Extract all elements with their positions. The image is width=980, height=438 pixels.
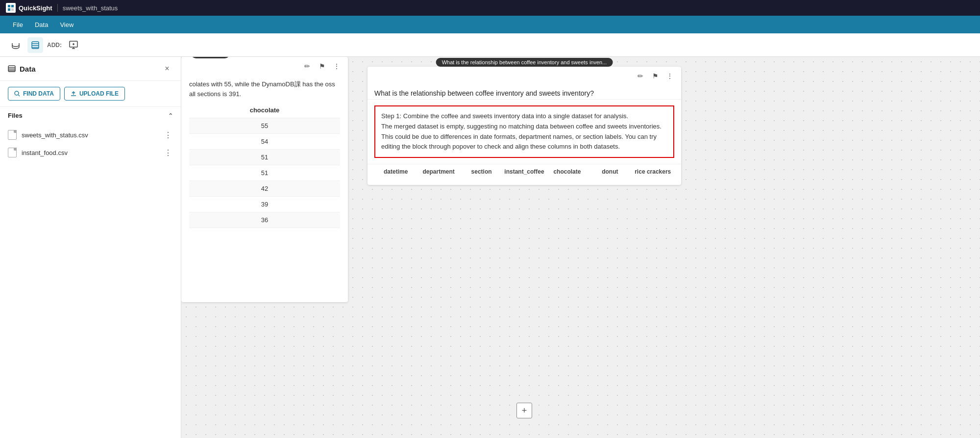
logo-icon xyxy=(6,3,16,13)
more-button[interactable]: ⋮ xyxy=(330,60,343,73)
left-widget-bubble: ナツの個数 xyxy=(191,57,230,58)
alert-box: Step 1: Combine the coffee and sweets in… xyxy=(374,105,674,158)
col-chocolate: chocolate xyxy=(546,168,588,175)
alert-line4: editing the block through popover to che… xyxy=(381,143,620,150)
file-menu-icon[interactable]: ⋮ xyxy=(164,148,173,157)
file-icon xyxy=(8,130,17,140)
right-widget-toolbar: ✏ ⚑ ⋮ xyxy=(368,67,681,85)
data-sources-button[interactable] xyxy=(8,37,24,53)
search-icon xyxy=(14,91,20,97)
col-donut: donut xyxy=(588,168,631,175)
svg-line-19 xyxy=(19,95,20,97)
top-bar-divider xyxy=(57,4,58,12)
svg-rect-3 xyxy=(11,8,14,11)
data-panel-button[interactable] xyxy=(27,37,43,53)
flag-button[interactable]: ⚑ xyxy=(316,60,328,73)
edit-button[interactable]: ✏ xyxy=(634,70,647,82)
add-block-button[interactable]: + xyxy=(516,403,532,418)
right-widget-bubble: What is the relationship between coffee … xyxy=(436,58,613,67)
toolbar: ADD: xyxy=(0,33,980,57)
find-data-button[interactable]: FIND DATA xyxy=(8,87,60,101)
files-section-label: Files xyxy=(8,112,23,119)
chevron-up-icon: ⌃ xyxy=(168,112,173,119)
sidebar-header: Data × xyxy=(0,57,181,81)
main-layout: Data × FIND DATA UPLOAD FILE xyxy=(0,57,980,438)
col-rice-crackers: rice crackers xyxy=(632,168,674,175)
alert-line3: This could be due to differences in date… xyxy=(381,133,657,140)
list-item[interactable]: sweets_with_status.csv ⋮ xyxy=(0,126,181,144)
flag-button[interactable]: ⚑ xyxy=(649,70,662,82)
more-button[interactable]: ⋮ xyxy=(663,70,676,82)
sidebar-title-text: Data xyxy=(20,65,36,73)
svg-point-18 xyxy=(15,91,19,95)
file-name: instant_food.csv xyxy=(22,149,68,156)
table-row: 36 xyxy=(189,212,340,228)
list-item[interactable]: instant_food.csv ⋮ xyxy=(0,144,181,161)
file-menu-icon[interactable]: ⋮ xyxy=(164,130,173,140)
table-row: 51 xyxy=(189,150,340,165)
plus-icon: + xyxy=(522,406,527,416)
sidebar-actions: FIND DATA UPLOAD FILE xyxy=(0,81,181,107)
menu-view[interactable]: View xyxy=(55,19,78,30)
menu-bar: File Data View xyxy=(0,16,980,33)
svg-rect-2 xyxy=(8,8,10,11)
close-button[interactable]: × xyxy=(161,63,173,75)
data-icon xyxy=(8,65,16,73)
add-label: ADD: xyxy=(47,42,62,49)
files-section-header: Files ⌃ xyxy=(0,107,181,124)
col-datetime: datetime xyxy=(374,168,417,175)
left-widget: ナツの個数 ✏ ⚑ ⋮ colates with 55, while the D… xyxy=(181,57,348,302)
left-table: chocolate 55 54 51 51 42 39 36 xyxy=(181,103,348,228)
app-name: QuickSight xyxy=(19,4,52,12)
table-headers: datetime department section instant_coff… xyxy=(368,164,681,179)
alert-line1: Step 1: Combine the coffee and sweets in… xyxy=(381,112,628,120)
col-instant-coffee: instant_coffee xyxy=(503,168,545,175)
alert-line2: The merged dataset is empty, suggesting … xyxy=(381,123,662,130)
svg-rect-1 xyxy=(11,5,14,7)
filename: sweets_with_status xyxy=(63,4,118,12)
menu-data[interactable]: Data xyxy=(30,19,53,30)
question-title: What is the relationship between coffee … xyxy=(368,85,681,100)
add-visual-button[interactable] xyxy=(66,37,81,53)
right-widget: What is the relationship between coffee … xyxy=(368,67,681,185)
col-section: section xyxy=(460,168,503,175)
app-logo: QuickSight xyxy=(6,3,52,13)
sidebar-title: Data xyxy=(8,65,36,73)
table-row: 54 xyxy=(189,134,340,150)
left-widget-toolbar: ✏ ⚑ ⋮ xyxy=(181,57,348,76)
table-row: 39 xyxy=(189,197,340,212)
left-widget-text: colates with 55, while the DynamoDB課 has… xyxy=(181,76,348,103)
file-name: sweets_with_status.csv xyxy=(22,131,88,139)
upload-icon xyxy=(71,91,76,97)
edit-button[interactable]: ✏ xyxy=(301,60,314,73)
svg-rect-0 xyxy=(8,5,10,7)
sidebar: Data × FIND DATA UPLOAD FILE xyxy=(0,57,181,438)
upload-file-button[interactable]: UPLOAD FILE xyxy=(64,87,125,101)
col-department: department xyxy=(417,168,460,175)
file-icon xyxy=(8,148,17,157)
canvas-area: ナツの個数 ✏ ⚑ ⋮ colates with 55, while the D… xyxy=(181,57,980,438)
table-row: 42 xyxy=(189,181,340,197)
top-bar: QuickSight sweets_with_status xyxy=(0,0,980,16)
file-list: sweets_with_status.csv ⋮ instant_food.cs… xyxy=(0,124,181,163)
table-row: 55 xyxy=(189,118,340,134)
table-row: 51 xyxy=(189,165,340,181)
menu-file[interactable]: File xyxy=(8,19,28,30)
